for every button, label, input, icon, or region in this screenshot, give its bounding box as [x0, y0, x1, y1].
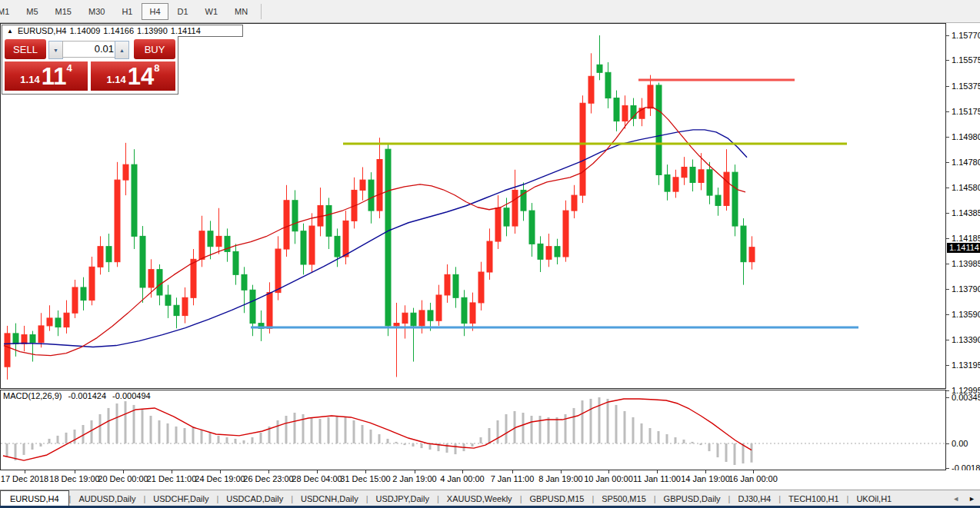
- ask-price-prefix: 1.14: [106, 74, 125, 85]
- volume-decrease-icon[interactable]: ▼: [48, 41, 63, 59]
- price-axis-label: 1.15375: [952, 81, 980, 91]
- axis-tick: [946, 213, 949, 214]
- time-tick: [75, 470, 75, 473]
- time-tick: [123, 470, 124, 473]
- axis-tick: [946, 443, 949, 444]
- tab-usdcnh[interactable]: USDCNH,Daily: [293, 490, 366, 506]
- buy-button[interactable]: BUY: [134, 39, 175, 59]
- price-axis-label: 1.14580: [952, 183, 980, 192]
- tab-items: |AUDUSD,Daily|USDCHF,Daily|USDCAD,Daily|…: [69, 490, 900, 506]
- tab-gbpusd[interactable]: GBPUSD,M15: [522, 490, 592, 506]
- time-tick: [365, 470, 366, 473]
- bid-price-big: 11: [42, 65, 67, 88]
- axis-tick: [946, 340, 949, 340]
- collapse-panel-icon[interactable]: ▲: [7, 28, 13, 35]
- macd-axis-label: 0.003452: [952, 393, 980, 402]
- tab-audusd[interactable]: AUDUSD,Daily: [71, 490, 143, 506]
- time-tick: [172, 470, 172, 473]
- timeframe-m5-button[interactable]: M5: [18, 3, 45, 20]
- time-tick: [25, 470, 25, 473]
- timeframe-d1-button[interactable]: D1: [170, 3, 196, 20]
- time-axis-label: 16 Jan 00:00: [718, 474, 788, 483]
- timeframe-mn-button[interactable]: MN: [227, 3, 255, 20]
- axis-tick: [946, 390, 949, 391]
- axis-tick: [946, 111, 949, 112]
- tab-usdchf[interactable]: USDCHF,Daily: [145, 490, 216, 506]
- ohlc-close: 1.14114: [171, 26, 201, 35]
- price-axis-label: 1.13590: [952, 310, 980, 319]
- price-axis-label: 1.15770: [952, 31, 980, 40]
- time-axis[interactable]: 17 Dec 201818 Dec 19:0020 Dec 00:0021 De…: [0, 470, 980, 489]
- timeframe-m15-button[interactable]: M15: [48, 3, 79, 20]
- time-tick: [608, 470, 609, 473]
- macd-axis-label: 0.00: [952, 439, 968, 448]
- tab-gbpusd[interactable]: GBPUSD,Daily: [656, 490, 728, 506]
- price-axis-label: 1.14980: [952, 132, 980, 141]
- macd-name: MACD(12,26,9): [3, 391, 62, 400]
- axis-tick: [946, 365, 949, 366]
- volume-input[interactable]: 0.01: [62, 41, 118, 58]
- axis-tick: [946, 397, 949, 398]
- axis-tick: [946, 137, 949, 138]
- price-axis[interactable]: 1.157701.155751.153751.151751.149801.147…: [946, 23, 980, 470]
- price-axis-label: 1.15575: [952, 55, 980, 65]
- timeframe-h4-button[interactable]: H4: [142, 3, 168, 20]
- tab-ukoil[interactable]: UKOil,H1: [848, 490, 899, 506]
- chart-symbol-title: EURUSD,H4: [18, 26, 67, 35]
- time-tick: [561, 470, 562, 473]
- axis-tick: [946, 314, 949, 315]
- timeframe-h1-button[interactable]: H1: [114, 3, 140, 20]
- time-tick: [753, 470, 754, 473]
- timeframe-buttons: M1M5M15M30H1H4D1W1MN: [0, 2, 266, 21]
- timeframe-m30-button[interactable]: M30: [81, 3, 112, 20]
- axis-tick: [946, 60, 949, 61]
- tab-eurusd-active[interactable]: EURUSD,H4: [0, 490, 69, 506]
- tab-scroll-right-icon[interactable]: ►: [968, 495, 975, 503]
- tab-usdcad[interactable]: USDCAD,Daily: [218, 490, 291, 506]
- axis-tick: [946, 162, 949, 163]
- bid-price-tile[interactable]: 1.14 11 4: [5, 61, 88, 91]
- timeframe-toolbar: M1M5M15M30H1H4D1W1MN: [0, 0, 980, 23]
- axis-tick: [946, 238, 949, 239]
- price-axis-label: 1.13985: [952, 259, 980, 268]
- tab-xauusd[interactable]: XAUUSD,Weekly: [439, 490, 520, 506]
- time-tick: [220, 470, 221, 473]
- timeframe-w1-button[interactable]: W1: [198, 3, 226, 20]
- time-tick: [705, 470, 706, 473]
- price-axis-label: 1.14780: [952, 158, 980, 167]
- sell-button[interactable]: SELL: [5, 39, 46, 59]
- time-tick: [415, 470, 415, 473]
- time-tick: [657, 470, 658, 473]
- price-axis-label: 1.13195: [952, 360, 980, 370]
- bid-price-sup: 4: [66, 62, 72, 74]
- volume-increase-icon[interactable]: ▲: [115, 41, 129, 59]
- macd-label-row: MACD(12,26,9) -0.001424 -0.000494: [3, 391, 155, 400]
- tab-usdjpy[interactable]: USDJPY,Daily: [368, 490, 438, 506]
- ohlc-low: 1.13990: [137, 26, 168, 35]
- macd-chart: [1, 390, 945, 470]
- time-tick: [512, 470, 513, 473]
- one-click-trade-panel: SELL ▼ 0.01 ▲ BUY 1.14 11 4 1.14 14 8: [2, 36, 178, 95]
- tab-dj30[interactable]: DJ30,H4: [730, 490, 778, 506]
- tab-sp500[interactable]: SP500,M15: [594, 490, 653, 506]
- ohlc-open: 1.14009: [70, 26, 101, 35]
- ask-price-tile[interactable]: 1.14 14 8: [91, 61, 175, 91]
- axis-tick: [946, 188, 949, 188]
- price-axis-label: 1.13790: [952, 284, 980, 294]
- tab-scroll-arrows: ◄ ►: [952, 490, 975, 506]
- current-price-box: 1.14114: [947, 243, 980, 253]
- macd-main-value: -0.001424: [68, 391, 106, 400]
- macd-indicator-panel[interactable]: [0, 390, 946, 470]
- time-tick: [268, 470, 269, 473]
- tab-tech100[interactable]: TECH100,H1: [781, 490, 846, 506]
- axis-tick: [946, 468, 949, 469]
- toolbar-separator: [261, 4, 262, 19]
- trading-platform-window: M1M5M15M30H1H4D1W1MN ▲ EURUSD,H4 1.14009…: [0, 0, 980, 508]
- timeframe-m1-button[interactable]: M1: [0, 3, 17, 20]
- axis-tick: [946, 289, 949, 290]
- macd-signal-value: -0.000494: [112, 391, 151, 400]
- trade-controls-row: SELL ▼ 0.01 ▲ BUY: [2, 39, 178, 59]
- tab-scroll-left-icon[interactable]: ◄: [952, 495, 959, 503]
- chart-tab-bar: EURUSD,H4 |AUDUSD,Daily|USDCHF,Daily|USD…: [0, 490, 980, 506]
- ask-price-sup: 8: [154, 62, 159, 74]
